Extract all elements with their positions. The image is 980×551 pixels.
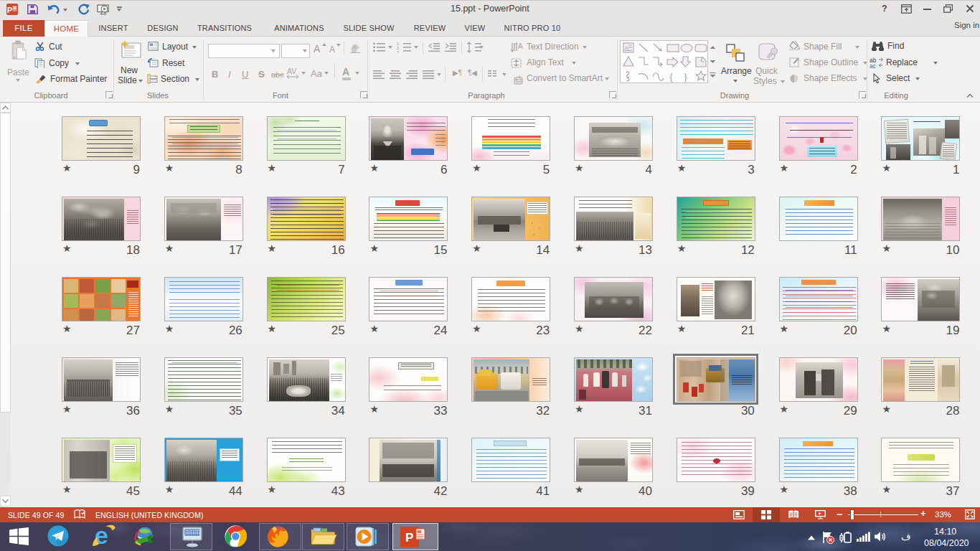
svg-text:A: A [518, 42, 523, 50]
svg-text:ac: ac [870, 62, 877, 68]
svg-text:P: P [405, 531, 413, 545]
svg-text:3: 3 [397, 50, 400, 54]
svg-text:}: } [683, 71, 688, 83]
svg-text:P: P [7, 6, 12, 14]
svg-text:{: { [669, 71, 674, 83]
svg-text:A: A [625, 44, 629, 52]
svg-text:A: A [352, 43, 356, 50]
